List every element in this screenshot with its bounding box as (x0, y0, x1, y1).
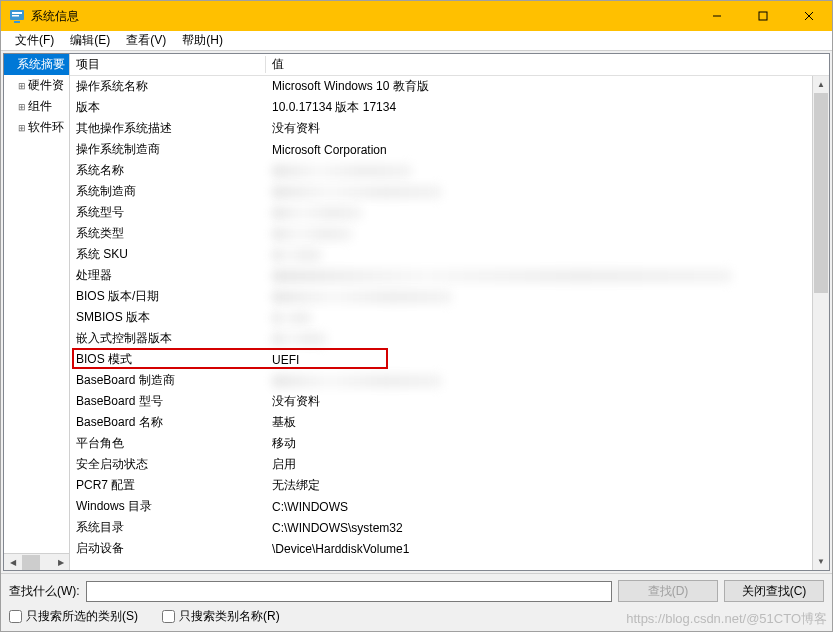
row-value (266, 290, 829, 304)
category-tree[interactable]: 系统摘要⊞硬件资⊞组件⊞软件环 ◀ ▶ (4, 54, 70, 570)
row-value: 移动 (266, 435, 829, 452)
menu-help[interactable]: 帮助(H) (174, 30, 231, 51)
app-icon (9, 8, 25, 24)
table-row[interactable]: 系统目录C:\WINDOWS\system32 (70, 517, 829, 538)
table-row[interactable]: 系统类型 (70, 223, 829, 244)
table-row[interactable]: 嵌入式控制器版本 (70, 328, 829, 349)
checkbox-icon[interactable] (162, 610, 175, 623)
scroll-thumb[interactable] (814, 93, 828, 293)
table-row[interactable]: 其他操作系统描述没有资料 (70, 118, 829, 139)
row-name: BaseBoard 名称 (70, 414, 266, 431)
search-category-names-only-checkbox[interactable]: 只搜索类别名称(R) (162, 608, 280, 625)
column-header-value[interactable]: 值 (266, 56, 829, 73)
row-value: 10.0.17134 版本 17134 (266, 99, 829, 116)
svg-rect-3 (14, 21, 20, 23)
row-value: 无法绑定 (266, 477, 829, 494)
menubar: 文件(F) 编辑(E) 查看(V) 帮助(H) (1, 31, 832, 51)
table-row[interactable]: SMBIOS 版本 (70, 307, 829, 328)
scroll-thumb[interactable] (22, 555, 40, 570)
table-row[interactable]: 系统制造商 (70, 181, 829, 202)
details-header: 项目 值 (70, 54, 829, 76)
close-find-button[interactable]: 关闭查找(C) (724, 580, 824, 602)
menu-edit[interactable]: 编辑(E) (62, 30, 118, 51)
table-row[interactable]: 操作系统名称Microsoft Windows 10 教育版 (70, 76, 829, 97)
row-value: 没有资料 (266, 393, 829, 410)
tree-item-label: 组件 (28, 98, 52, 115)
checkbox-icon[interactable] (9, 610, 22, 623)
table-row[interactable]: BIOS 版本/日期 (70, 286, 829, 307)
row-value (266, 269, 829, 283)
scroll-down-icon[interactable]: ▼ (813, 553, 830, 570)
table-row[interactable]: 处理器 (70, 265, 829, 286)
row-name: 启动设备 (70, 540, 266, 557)
row-value: UEFI (266, 353, 829, 367)
search-label: 查找什么(W): (9, 583, 80, 600)
row-value: C:\WINDOWS (266, 500, 829, 514)
table-row[interactable]: BaseBoard 制造商 (70, 370, 829, 391)
row-name: BaseBoard 制造商 (70, 372, 266, 389)
tree-item[interactable]: 系统摘要 (4, 54, 69, 75)
row-value (266, 311, 829, 325)
table-row[interactable]: 系统 SKU (70, 244, 829, 265)
menu-view[interactable]: 查看(V) (118, 30, 174, 51)
tree-item-label: 软件环 (28, 119, 64, 136)
table-row[interactable]: 版本10.0.17134 版本 17134 (70, 97, 829, 118)
table-row[interactable]: 启动设备\Device\HarddiskVolume1 (70, 538, 829, 559)
table-row[interactable]: 系统型号 (70, 202, 829, 223)
column-header-item[interactable]: 项目 (70, 56, 266, 73)
tree-item[interactable]: ⊞软件环 (4, 117, 69, 138)
search-selected-only-checkbox[interactable]: 只搜索所选的类别(S) (9, 608, 138, 625)
row-name: 系统制造商 (70, 183, 266, 200)
search-input[interactable] (86, 581, 612, 602)
row-name: 系统型号 (70, 204, 266, 221)
expander-icon[interactable]: ⊞ (18, 102, 28, 112)
table-row[interactable]: 安全启动状态启用 (70, 454, 829, 475)
row-name: 其他操作系统描述 (70, 120, 266, 137)
scroll-right-icon[interactable]: ▶ (52, 554, 69, 571)
menu-file[interactable]: 文件(F) (7, 30, 62, 51)
maximize-button[interactable] (740, 1, 786, 31)
row-name: 处理器 (70, 267, 266, 284)
minimize-button[interactable] (694, 1, 740, 31)
table-row[interactable]: BaseBoard 名称基板 (70, 412, 829, 433)
scroll-up-icon[interactable]: ▲ (813, 76, 830, 93)
row-name: 操作系统制造商 (70, 141, 266, 158)
row-value: Microsoft Corporation (266, 143, 829, 157)
row-value (266, 227, 829, 241)
row-name: 版本 (70, 99, 266, 116)
row-value (266, 185, 829, 199)
svg-rect-1 (12, 12, 22, 14)
table-row[interactable]: BaseBoard 型号没有资料 (70, 391, 829, 412)
row-value: C:\WINDOWS\system32 (266, 521, 829, 535)
row-value (266, 374, 829, 388)
tree-item-label: 硬件资 (28, 77, 64, 94)
expander-icon[interactable]: ⊞ (18, 123, 28, 133)
search-panel: 查找什么(W): 查找(D) 关闭查找(C) 只搜索所选的类别(S) 只搜索类别… (1, 573, 832, 631)
close-button[interactable] (786, 1, 832, 31)
tree-horizontal-scrollbar[interactable]: ◀ ▶ (4, 553, 69, 570)
find-button[interactable]: 查找(D) (618, 580, 718, 602)
row-name: BIOS 模式 (70, 351, 266, 368)
tree-item[interactable]: ⊞硬件资 (4, 75, 69, 96)
tree-item[interactable]: ⊞组件 (4, 96, 69, 117)
table-row[interactable]: BIOS 模式UEFI (70, 349, 829, 370)
row-name: BaseBoard 型号 (70, 393, 266, 410)
scroll-left-icon[interactable]: ◀ (4, 554, 21, 571)
titlebar: 系统信息 (1, 1, 832, 31)
tree-item-label: 系统摘要 (17, 56, 65, 73)
row-name: BIOS 版本/日期 (70, 288, 266, 305)
table-row[interactable]: 平台角色移动 (70, 433, 829, 454)
table-row[interactable]: PCR7 配置无法绑定 (70, 475, 829, 496)
table-row[interactable]: Windows 目录C:\WINDOWS (70, 496, 829, 517)
table-row[interactable]: 系统名称 (70, 160, 829, 181)
row-name: 系统 SKU (70, 246, 266, 263)
details-pane: 项目 值 操作系统名称Microsoft Windows 10 教育版版本10.… (70, 54, 829, 570)
expander-icon[interactable]: ⊞ (18, 81, 28, 91)
row-value: 基板 (266, 414, 829, 431)
vertical-scrollbar[interactable]: ▲ ▼ (812, 76, 829, 570)
row-name: 系统名称 (70, 162, 266, 179)
table-row[interactable]: 操作系统制造商Microsoft Corporation (70, 139, 829, 160)
details-body: 操作系统名称Microsoft Windows 10 教育版版本10.0.171… (70, 76, 829, 570)
row-value (266, 206, 829, 220)
svg-rect-2 (12, 15, 19, 17)
